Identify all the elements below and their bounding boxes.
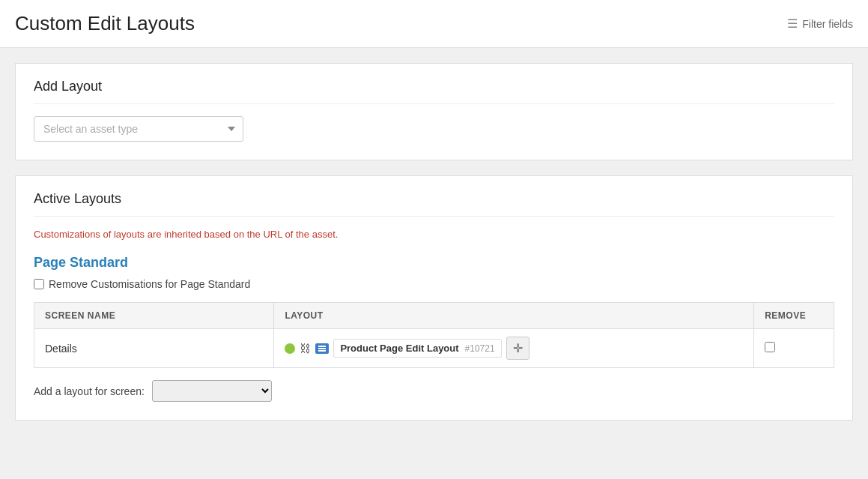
remove-cell — [754, 329, 834, 368]
remove-customisations-row: Remove Customisations for Page Standard — [34, 278, 834, 290]
add-layout-for-screen-label: Add a layout for screen: — [34, 385, 145, 397]
screen-name-value: Details — [45, 343, 77, 355]
page-header: Custom Edit Layouts ☰ Filter fields — [0, 0, 868, 48]
filter-fields-button[interactable]: ☰ Filter fields — [787, 16, 853, 31]
add-layout-title: Add Layout — [34, 79, 834, 104]
asset-type-select[interactable]: Select an asset type — [34, 116, 243, 142]
chain-icon: ⛓ — [300, 342, 311, 355]
main-content: Add Layout Select an asset type Active L… — [0, 48, 868, 451]
remove-row-checkbox[interactable] — [765, 342, 775, 352]
info-text: Customizations of layouts are inherited … — [34, 229, 834, 240]
screen-name-cell: Details — [34, 329, 274, 368]
remove-customisations-checkbox[interactable] — [34, 279, 44, 289]
info-text-content: Customizations of layouts are inherited … — [34, 229, 338, 240]
add-layout-for-screen-select[interactable] — [152, 380, 272, 402]
layout-type-icon — [315, 343, 329, 354]
status-dot-icon — [285, 343, 295, 354]
col-remove: REMOVE — [754, 303, 834, 329]
layout-cell-content: ⛓ Product Page Edit Layout #10721 ✛ — [285, 337, 743, 360]
add-layout-card: Add Layout Select an asset type — [15, 63, 853, 160]
active-layouts-card: Active Layouts Customizations of layouts… — [15, 175, 853, 421]
move-layout-button[interactable]: ✛ — [506, 337, 529, 360]
asset-type-select-wrapper: Select an asset type — [34, 116, 243, 142]
section-title: Page Standard — [34, 255, 834, 271]
layout-table: SCREEN NAME LAYOUT REMOVE Details — [34, 302, 834, 368]
table-header-row: SCREEN NAME LAYOUT REMOVE — [34, 303, 834, 329]
add-layout-for-screen-row: Add a layout for screen: — [34, 380, 834, 402]
remove-customisations-label: Remove Customisations for Page Standard — [49, 278, 250, 290]
col-screen-name: SCREEN NAME — [34, 303, 274, 329]
layout-name-badge: Product Page Edit Layout #10721 — [333, 339, 501, 358]
table-row: Details ⛓ Product Page Edit Layout #1072… — [34, 329, 834, 368]
layout-id: #10721 — [465, 343, 495, 354]
filter-fields-label: Filter fields — [802, 18, 853, 30]
layout-cell: ⛓ Product Page Edit Layout #10721 ✛ — [274, 329, 754, 368]
layout-name: Product Page Edit Layout — [340, 343, 458, 354]
page-title: Custom Edit Layouts — [15, 12, 195, 35]
filter-icon: ☰ — [787, 16, 798, 31]
col-layout: LAYOUT — [274, 303, 754, 329]
active-layouts-title: Active Layouts — [34, 191, 834, 217]
